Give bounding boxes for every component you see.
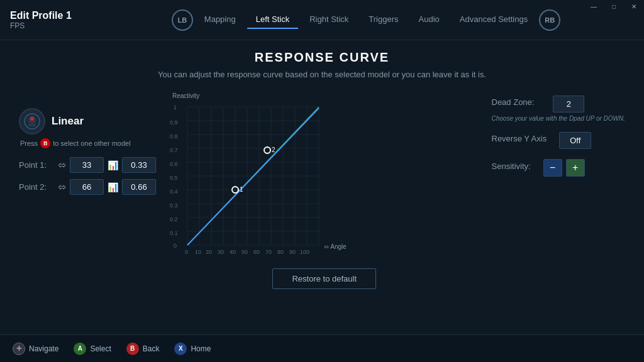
a-button-icon: A <box>74 343 86 355</box>
model-name: Linear <box>52 115 84 128</box>
svg-text:20: 20 <box>206 249 212 255</box>
svg-text:80: 80 <box>277 249 284 255</box>
svg-line-38 <box>187 108 319 245</box>
home-action: X Home <box>174 343 211 355</box>
sensitivity-minus-button[interactable]: − <box>543 159 562 177</box>
restore-default-button[interactable]: Restore to default <box>272 268 376 289</box>
svg-text:0: 0 <box>174 243 177 249</box>
svg-text:30: 30 <box>218 249 224 255</box>
chart-area: Reactivity 1 0.9 0.8 0.7 0.6 0.5 0.4 0.3… <box>170 89 479 289</box>
right-panel: Dead Zone: 2 Choose your value with the … <box>492 89 626 187</box>
svg-text:0: 0 <box>185 249 188 255</box>
tab-advanced-settings[interactable]: Advanced Settings <box>451 11 536 29</box>
dead-zone-setting: Dead Zone: 2 Choose your value with the … <box>492 96 626 122</box>
svg-text:90: 90 <box>289 249 296 255</box>
home-label: Home <box>191 344 211 353</box>
main-area: Linear Press B to select one other model… <box>19 89 625 289</box>
svg-text:100: 100 <box>300 249 309 255</box>
chart-container: Reactivity 1 0.9 0.8 0.7 0.6 0.5 0.4 0.3… <box>170 89 479 258</box>
point2-x-input[interactable] <box>70 179 104 195</box>
model-icon <box>19 108 45 134</box>
tab-right-stick[interactable]: Right Stick <box>301 11 357 29</box>
press-hint: Press B to select one other model <box>20 138 157 148</box>
page-description: You can adjust the response curve based … <box>19 70 625 79</box>
dead-zone-hint: Choose your value with the Dpad UP or DO… <box>492 115 626 122</box>
close-button[interactable]: ✕ <box>624 0 644 13</box>
profile-title: Edit Profile 1 <box>10 10 98 21</box>
point2-label: Point 2: <box>19 182 54 192</box>
svg-text:0.8: 0.8 <box>170 133 178 140</box>
select-label: Select <box>90 344 111 353</box>
sensitivity-setting: Sensitivity: − + <box>492 159 626 177</box>
page-title: RESPONSE CURVE <box>19 50 625 65</box>
curve-point2 <box>264 147 270 153</box>
lb-badge[interactable]: LB <box>172 9 193 31</box>
press-text: Press <box>20 140 38 147</box>
minimize-button[interactable]: — <box>584 0 604 13</box>
b-bottom-button-icon: B <box>126 343 139 355</box>
point2-chart-icon: 📊 <box>108 182 118 192</box>
select-action: A Select <box>74 343 111 355</box>
y-axis-label: Reactivity <box>172 92 199 99</box>
back-label: Back <box>143 344 160 353</box>
content: RESPONSE CURVE You can adjust the respon… <box>0 40 644 299</box>
svg-text:1: 1 <box>174 104 177 111</box>
svg-text:10: 10 <box>195 249 201 255</box>
point1-x-input[interactable] <box>70 157 104 173</box>
reverse-y-value[interactable]: Off <box>559 132 591 149</box>
svg-text:⬄ Angle: ⬄ Angle <box>324 243 346 250</box>
response-curve-chart: Reactivity 1 0.9 0.8 0.7 0.6 0.5 0.4 0.3… <box>170 89 346 256</box>
tab-left-stick[interactable]: Left Stick <box>247 11 298 29</box>
navigate-action: ✛ Navigate <box>13 343 58 355</box>
point1-y-input[interactable] <box>122 157 156 173</box>
svg-text:70: 70 <box>265 249 272 255</box>
svg-text:2: 2 <box>272 146 275 153</box>
tab-audio[interactable]: Audio <box>410 11 448 29</box>
svg-text:0.7: 0.7 <box>170 147 178 153</box>
point1-move-icon: ⬄ <box>58 159 66 171</box>
bottom-bar: ✛ Navigate A Select B Back X Home <box>0 334 644 362</box>
navigate-label: Navigate <box>29 344 58 353</box>
svg-text:40: 40 <box>230 249 236 255</box>
titlebar: — □ ✕ <box>584 0 644 13</box>
svg-point-2 <box>30 117 34 121</box>
dead-zone-value[interactable]: 2 <box>553 96 584 112</box>
sensitivity-label: Sensitivity: <box>492 162 531 171</box>
svg-text:0.5: 0.5 <box>170 175 178 181</box>
point2-y-input[interactable] <box>122 179 156 195</box>
svg-text:0.6: 0.6 <box>170 161 178 167</box>
svg-text:0.3: 0.3 <box>170 202 178 209</box>
svg-text:60: 60 <box>253 249 260 255</box>
point2-move-icon: ⬄ <box>58 181 66 193</box>
svg-text:1: 1 <box>240 186 243 193</box>
x-button-icon: X <box>174 343 187 355</box>
svg-text:50: 50 <box>242 249 248 255</box>
back-action: B Back <box>126 343 160 355</box>
nav-tabs: LB Mapping Left Stick Right Stick Trigge… <box>172 9 560 31</box>
svg-text:0.1: 0.1 <box>170 230 178 236</box>
sensitivity-plus-button[interactable]: + <box>566 159 585 177</box>
tab-mapping[interactable]: Mapping <box>196 11 245 29</box>
left-panel: Linear Press B to select one other model… <box>19 89 157 201</box>
point2-row: Point 2: ⬄ 📊 <box>19 179 157 195</box>
profile-info: Edit Profile 1 FPS <box>10 10 98 30</box>
tab-triggers[interactable]: Triggers <box>360 11 407 29</box>
point1-label: Point 1: <box>19 160 54 170</box>
press-hint-text: to select one other model <box>53 140 131 147</box>
dead-zone-label: Dead Zone: <box>492 97 535 107</box>
model-row: Linear <box>19 108 157 134</box>
maximize-button[interactable]: □ <box>604 0 624 13</box>
svg-text:0.4: 0.4 <box>170 189 178 195</box>
header: Edit Profile 1 FPS LB Mapping Left Stick… <box>0 0 644 40</box>
restore-btn-wrap: Restore to default <box>170 268 479 289</box>
point1-row: Point 1: ⬄ 📊 <box>19 157 157 173</box>
reverse-y-setting: Reverse Y Axis Off <box>492 132 626 149</box>
rb-badge[interactable]: RB <box>539 9 560 31</box>
profile-subtitle: FPS <box>10 21 98 30</box>
reverse-y-label: Reverse Y Axis <box>492 134 547 143</box>
svg-text:0.9: 0.9 <box>170 119 178 126</box>
svg-text:0.2: 0.2 <box>170 216 178 222</box>
b-button-icon: B <box>40 138 50 148</box>
sensitivity-controls: − + <box>543 159 585 177</box>
point1-chart-icon: 📊 <box>108 160 118 170</box>
